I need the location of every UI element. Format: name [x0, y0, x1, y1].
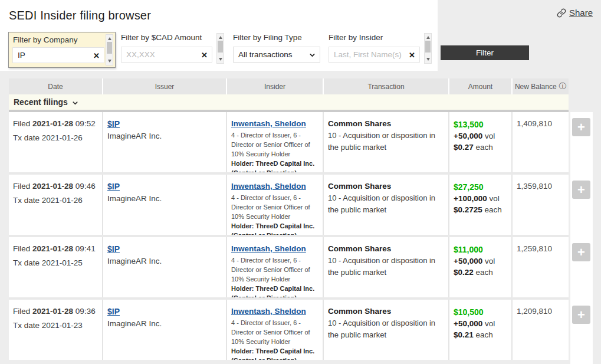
- issuer-cell: $IP ImagineAR Inc.: [103, 237, 226, 297]
- volume-value: +50,000: [454, 319, 482, 328]
- insider-holder: Holder: ThreeD Capital Inc. (Control or …: [231, 222, 319, 235]
- filed-date: 2021-01-28: [32, 307, 73, 316]
- transaction-cell: Common Shares 10 - Acquisition or dispos…: [324, 300, 448, 360]
- scroll-up-icon[interactable]: [108, 37, 111, 40]
- price-value: $0.22: [454, 268, 474, 277]
- scrollbar-thumb[interactable]: [107, 42, 112, 54]
- ticker-link[interactable]: $IP: [107, 119, 120, 129]
- filing-type-filter-group: Filter by Filing Type All transactions: [233, 33, 320, 63]
- insider-link[interactable]: Inwentash, Sheldon: [231, 119, 306, 128]
- tx-date: 2021-01-25: [42, 258, 83, 267]
- scroll-up-icon[interactable]: [219, 36, 222, 39]
- ticker-link[interactable]: $IP: [107, 244, 120, 254]
- table-row: Filed 2021-01-28 09:46 Tx date 2021-01-2…: [9, 175, 569, 235]
- insider-roles: 4 - Director of Issuer, 6 - Director or …: [231, 131, 319, 159]
- new-balance-cell: 1,259,810: [513, 237, 569, 297]
- price-value: $0.27: [454, 143, 474, 152]
- share-button[interactable]: Share: [557, 8, 593, 18]
- ticker-link[interactable]: $IP: [107, 182, 120, 191]
- filing-type-select[interactable]: All transactions: [233, 47, 320, 63]
- scroll-down-icon[interactable]: [219, 58, 222, 61]
- insider-link[interactable]: Inwentash, Sheldon: [231, 244, 306, 253]
- add-row-button[interactable]: +: [572, 181, 590, 199]
- amount-cell: $27,250 +100,000 vol $0.2725 each: [449, 175, 511, 235]
- scroll-down-icon[interactable]: [426, 58, 430, 61]
- filter-submit-button[interactable]: Filter: [441, 45, 529, 60]
- transaction-cell: Common Shares 10 - Acquisition or dispos…: [324, 237, 448, 297]
- insider-holder: Holder: ThreeD Capital Inc. (Control or …: [231, 159, 319, 172]
- issuer-cell: $IP ImagineAR Inc.: [103, 112, 226, 172]
- amount-value: $27,250: [454, 182, 508, 193]
- scrollbar-thumb[interactable]: [218, 41, 223, 53]
- company-filter-input[interactable]: [12, 47, 104, 63]
- company-filter-scrollbar[interactable]: [106, 34, 113, 65]
- issuer-name: ImagineAR Inc.: [107, 132, 222, 140]
- insider-cell: Inwentash, Sheldon 4 - Director of Issue…: [227, 112, 323, 172]
- insider-link[interactable]: Inwentash, Sheldon: [231, 307, 306, 316]
- transaction-cell: Common Shares 10 - Acquisition or dispos…: [324, 112, 448, 172]
- security-name: Common Shares: [328, 244, 445, 253]
- cad-amount-filter-scrollbar[interactable]: [216, 33, 224, 64]
- volume-value: +50,000: [454, 257, 482, 265]
- insider-filter-scrollbar[interactable]: [424, 33, 432, 64]
- company-filter-label: Filter by Company: [13, 35, 78, 44]
- security-name: Common Shares: [328, 307, 445, 316]
- tx-date: 2021-01-26: [42, 196, 83, 205]
- tx-date: 2021-01-23: [42, 321, 83, 330]
- add-row-button[interactable]: +: [572, 243, 590, 261]
- amount-cell: $11,000 +50,000 vol $0.22 each: [449, 237, 511, 297]
- amount-value: $13,500: [454, 119, 508, 130]
- issuer-name: ImagineAR Inc.: [107, 257, 222, 265]
- insider-filter-label: Filter by Insider: [329, 33, 432, 42]
- new-balance-cell: 1,409,810: [513, 112, 569, 172]
- new-balance-cell: 1,209,810: [513, 300, 569, 360]
- recent-filings-toggle[interactable]: Recent filings: [9, 94, 569, 110]
- insider-cell: Inwentash, Sheldon 4 - Director of Issue…: [227, 300, 323, 360]
- transaction-type: 10 - Acquisition or disposition in the p…: [328, 317, 445, 340]
- insider-roles: 4 - Director of Issuer, 6 - Director or …: [231, 194, 319, 222]
- clear-company-icon[interactable]: ✕: [93, 51, 100, 59]
- filed-time: 09:41: [75, 244, 96, 253]
- add-row-button[interactable]: +: [572, 306, 590, 324]
- issuer-name: ImagineAR Inc.: [107, 319, 222, 328]
- balance-value: 1,359,810: [517, 182, 552, 191]
- info-icon[interactable]: ⓘ: [559, 81, 567, 91]
- issuer-name: ImagineAR Inc.: [107, 194, 222, 203]
- row-actions-column: + + + +: [570, 112, 593, 364]
- filed-date: 2021-01-28: [32, 119, 73, 128]
- transaction-type: 10 - Acquisition or disposition in the p…: [328, 192, 445, 215]
- filing-type-filter-label: Filter by Filing Type: [233, 33, 320, 42]
- clear-insider-icon[interactable]: ✕: [409, 51, 415, 58]
- filing-type-selected-value: All transactions: [238, 50, 293, 59]
- insider-holder: Holder: ThreeD Capital Inc. (Control or …: [231, 347, 319, 360]
- clear-cad-amount-icon[interactable]: ✕: [201, 51, 208, 58]
- date-cell: Filed 2021-01-28 09:36 Tx date 2021-01-2…: [9, 300, 102, 360]
- security-name: Common Shares: [328, 182, 445, 191]
- filed-date: 2021-01-28: [32, 244, 73, 253]
- scroll-up-icon[interactable]: [426, 36, 430, 39]
- volume-value: +100,000: [454, 194, 487, 203]
- volume-value: +50,000: [454, 132, 482, 140]
- company-filter-group: Filter by Company ✕: [8, 32, 116, 68]
- price-value: $0.21: [454, 330, 474, 339]
- amount-value: $10,500: [454, 307, 508, 318]
- add-row-button[interactable]: +: [572, 118, 590, 136]
- column-header-insider: Insider: [227, 78, 323, 94]
- balance-value: 1,259,810: [517, 244, 552, 253]
- filed-date: 2021-01-28: [32, 182, 73, 191]
- scrollbar-thumb[interactable]: [425, 41, 431, 53]
- cad-amount-filter-label: Filter by $CAD Amount: [121, 33, 224, 42]
- column-header-date: Date: [9, 78, 102, 94]
- column-header-issuer: Issuer: [103, 78, 226, 94]
- amount-value: $11,000: [454, 244, 508, 255]
- cad-amount-filter-input[interactable]: [121, 47, 212, 63]
- insider-link[interactable]: Inwentash, Sheldon: [231, 182, 306, 191]
- filings-table: Date Issuer Insider Transaction Amount N…: [9, 78, 569, 360]
- ticker-link[interactable]: $IP: [107, 307, 120, 316]
- price-value: $0.2725: [454, 205, 482, 214]
- scroll-down-icon[interactable]: [108, 60, 111, 63]
- insider-filter-input[interactable]: [329, 47, 420, 63]
- column-header-transaction: Transaction: [324, 78, 448, 94]
- date-cell: Filed 2021-01-28 09:46 Tx date 2021-01-2…: [9, 175, 102, 235]
- share-label: Share: [569, 8, 593, 18]
